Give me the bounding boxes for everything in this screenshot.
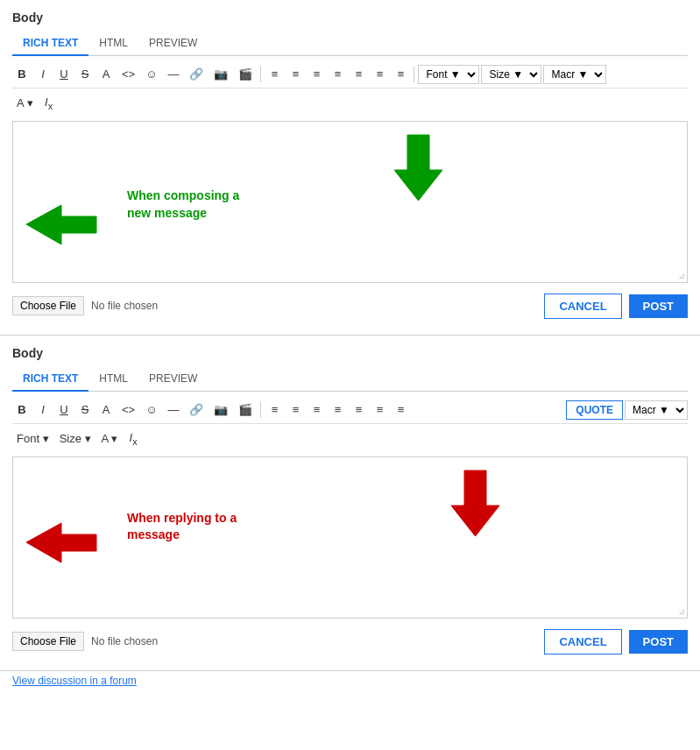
footer-left-2: Choose File No file chosen <box>12 632 158 651</box>
tab-richtext-2[interactable]: RICH TEXT <box>12 367 88 392</box>
toolbar-1: B I U S A <> ☺ — 🔗 📷 🎬 ≡ ≡ ≡ ≡ ≡ ≡ ≡ Fon… <box>12 61 688 88</box>
editor-area-2[interactable]: When replying to amessage ⊿ <box>12 456 688 619</box>
macro-dropdown-2[interactable]: Macr ▼ <box>625 400 688 420</box>
section1-tabs: RICH TEXT HTML PREVIEW <box>12 32 688 56</box>
up-arrow-green <box>394 131 442 201</box>
underline-btn-2[interactable]: U <box>54 400 74 420</box>
video-btn-2[interactable]: 🎬 <box>234 400 257 420</box>
align-left-btn-2[interactable]: ≡ <box>265 400 284 420</box>
unordered-list-btn-1[interactable]: ≡ <box>391 65 410 84</box>
quote-btn-2[interactable]: QUOTE <box>566 400 623 420</box>
choose-file-btn-2[interactable]: Choose File <box>12 632 84 651</box>
svg-marker-3 <box>451 471 499 536</box>
text-color-btn-2[interactable]: A <box>96 400 116 420</box>
editor-content-2: When replying to amessage <box>13 457 687 618</box>
tab-preview-2[interactable]: PREVIEW <box>138 367 208 392</box>
editor-content-1: When composing anew message <box>13 122 687 282</box>
code-btn-1[interactable]: <> <box>117 65 139 84</box>
underline-btn-1[interactable]: U <box>54 65 74 84</box>
separator-2 <box>414 67 414 82</box>
font-dropdown-2[interactable]: Font ▾ <box>12 429 53 449</box>
choose-file-btn-1[interactable]: Choose File <box>12 296 84 315</box>
no-file-text-2: No file chosen <box>91 635 158 647</box>
separator-3 <box>260 402 261 418</box>
macro-dropdown-1[interactable]: Macr ▼ <box>543 65 606 84</box>
align-justify-btn-1[interactable]: ≡ <box>328 65 347 84</box>
unordered-list-btn-2[interactable]: ≡ <box>391 400 410 420</box>
no-file-text-1: No file chosen <box>91 300 158 312</box>
link-btn-2[interactable]: 🔗 <box>185 400 208 420</box>
resize-handle-1: ⊿ <box>678 271 685 280</box>
toolbar2-1: A ▾ Ix <box>12 90 688 117</box>
emoji-btn-2[interactable]: ☺ <box>141 400 161 420</box>
strikethrough-btn-2[interactable]: S <box>75 400 95 420</box>
footer-left-1: Choose File No file chosen <box>12 296 158 315</box>
image-btn-2[interactable]: 📷 <box>209 400 232 420</box>
tab-html-2[interactable]: HTML <box>88 367 138 392</box>
toolbar-2: B I U S A <> ☺ — 🔗 📷 🎬 ≡ ≡ ≡ ≡ ≡ ≡ ≡ QUO… <box>12 397 688 424</box>
left-arrow-red <box>22 519 101 567</box>
resize-handle-2: ⊿ <box>678 606 685 616</box>
clear-format-btn-2[interactable]: Ix <box>124 428 143 450</box>
align-right-btn-2[interactable]: ≡ <box>307 400 326 420</box>
font-color-btn-1[interactable]: A ▾ <box>12 94 38 113</box>
tab-richtext-1[interactable]: RICH TEXT <box>12 32 88 56</box>
up-arrow-red <box>451 466 499 536</box>
annotation-green: When composing anew message <box>127 188 239 222</box>
hr-btn-1[interactable]: — <box>163 65 183 84</box>
ordered-list-btn-1[interactable]: ≡ <box>370 65 389 84</box>
size-dropdown-2[interactable]: Size ▾ <box>55 429 95 449</box>
footer-right-2: CANCEL POST <box>544 629 688 654</box>
ordered-list-btn-2[interactable]: ≡ <box>370 400 389 420</box>
section2-title: Body <box>12 346 688 360</box>
indent-btn-1[interactable]: ≡ <box>349 65 368 84</box>
align-center-btn-2[interactable]: ≡ <box>286 400 305 420</box>
font-color-btn-2[interactable]: A ▾ <box>97 429 123 449</box>
editor-area-1[interactable]: When composing anew message ⊿ <box>12 121 688 283</box>
emoji-btn-1[interactable]: ☺ <box>141 65 161 84</box>
align-justify-btn-2[interactable]: ≡ <box>328 400 347 420</box>
indent-btn-2[interactable]: ≡ <box>349 400 368 420</box>
bold-btn-1[interactable]: B <box>12 65 32 84</box>
image-btn-1[interactable]: 📷 <box>209 65 232 84</box>
italic-btn-2[interactable]: I <box>33 400 53 420</box>
footer-bar-2: Choose File No file chosen CANCEL POST <box>12 622 688 658</box>
italic-btn-1[interactable]: I <box>33 65 53 84</box>
strikethrough-btn-1[interactable]: S <box>75 65 95 84</box>
bold-btn-2[interactable]: B <box>12 400 32 420</box>
link-btn-1[interactable]: 🔗 <box>185 65 208 84</box>
align-center-btn-1[interactable]: ≡ <box>286 65 305 84</box>
video-btn-1[interactable]: 🎬 <box>234 65 257 84</box>
code-btn-2[interactable]: <> <box>117 400 139 420</box>
annotation-red: When replying to amessage <box>127 510 237 544</box>
text-color-btn-1[interactable]: A <box>96 65 116 84</box>
cancel-btn-2[interactable]: CANCEL <box>544 629 621 654</box>
align-left-btn-1[interactable]: ≡ <box>265 65 284 84</box>
font-dropdown-1[interactable]: Font ▼ <box>418 65 479 84</box>
tab-html-1[interactable]: HTML <box>88 32 138 56</box>
separator-1 <box>260 67 261 82</box>
size-dropdown-1[interactable]: Size ▼ <box>481 65 541 84</box>
footer-right-1: CANCEL POST <box>544 294 688 319</box>
cancel-btn-1[interactable]: CANCEL <box>544 294 621 319</box>
section-new-message: Body RICH TEXT HTML PREVIEW B I U S A <>… <box>0 0 700 336</box>
section1-title: Body <box>12 11 688 25</box>
tab-preview-1[interactable]: PREVIEW <box>138 32 208 56</box>
post-btn-1[interactable]: POST <box>629 294 688 318</box>
section-reply-message: Body RICH TEXT HTML PREVIEW B I U S A <>… <box>0 336 700 671</box>
post-btn-2[interactable]: POST <box>629 630 688 654</box>
svg-marker-2 <box>26 205 96 244</box>
hr-btn-2[interactable]: — <box>163 400 183 420</box>
view-discussion-link[interactable]: View discussion in a forum <box>0 671 700 690</box>
clear-format-btn-1[interactable]: Ix <box>39 93 59 115</box>
footer-bar-1: Choose File No file chosen CANCEL POST <box>12 287 688 322</box>
align-right-btn-1[interactable]: ≡ <box>307 65 326 84</box>
left-arrow-green <box>22 201 101 249</box>
section2-tabs: RICH TEXT HTML PREVIEW <box>12 367 688 392</box>
svg-marker-4 <box>26 523 96 562</box>
svg-marker-1 <box>394 135 442 201</box>
toolbar2-2: Font ▾ Size ▾ A ▾ Ix <box>12 426 688 453</box>
